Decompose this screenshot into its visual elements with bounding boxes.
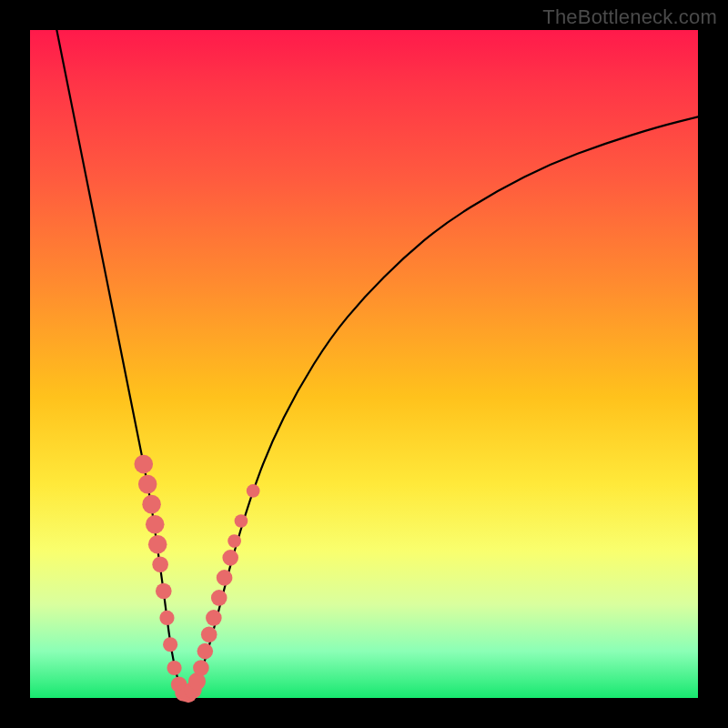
marker-dot: [156, 583, 172, 600]
marker-dot: [206, 610, 222, 626]
outer-frame: TheBottleneck.com: [0, 0, 728, 728]
marker-dot: [193, 660, 209, 676]
marker-dot: [163, 637, 177, 652]
marker-dot: [211, 590, 228, 606]
bottleneck-curve: [56, 30, 698, 694]
marker-dot: [217, 570, 233, 586]
marker-dot: [222, 550, 238, 566]
marker-dot: [235, 514, 248, 528]
marker-dot: [142, 495, 161, 514]
marker-group: [135, 455, 260, 703]
marker-dot: [201, 626, 217, 642]
watermark-text: TheBottleneck.com: [542, 5, 717, 29]
marker-dot: [228, 534, 241, 548]
marker-dot: [159, 611, 174, 625]
marker-dot: [135, 455, 154, 474]
marker-dot: [146, 515, 165, 534]
curve-layer: [30, 30, 698, 698]
marker-dot: [247, 484, 260, 498]
marker-dot: [167, 661, 181, 675]
marker-dot: [197, 643, 214, 660]
marker-dot: [148, 535, 167, 554]
marker-dot: [138, 475, 157, 494]
marker-dot: [152, 556, 168, 572]
